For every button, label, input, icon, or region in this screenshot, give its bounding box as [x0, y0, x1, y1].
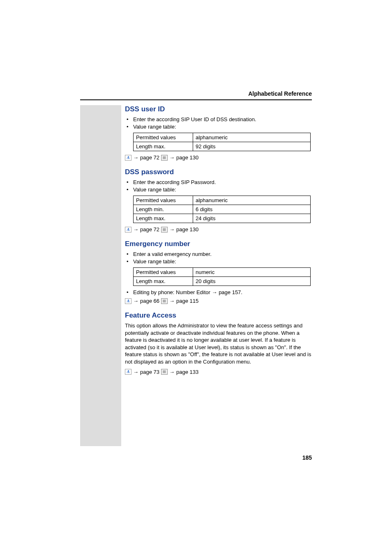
- arrow-icon: →: [133, 298, 138, 304]
- page-link[interactable]: page 115: [176, 298, 198, 304]
- heading-emergency-number: Emergency number: [125, 240, 312, 248]
- editor-note: Editing by phone: Number Editor → page 1…: [125, 289, 312, 295]
- table-cell-value: alphanumeric: [193, 133, 311, 142]
- table-row: Permitted values alphanumeric: [134, 196, 311, 205]
- table-cell-label: Permitted values: [134, 196, 193, 205]
- bullet-text: Value range table:: [125, 186, 312, 193]
- table-cell-value: numeric: [193, 268, 311, 277]
- table-row: Permitted values alphanumeric: [134, 133, 311, 142]
- table-row: Length max. 20 digits: [134, 277, 311, 286]
- table-row: Permitted values numeric: [134, 268, 311, 277]
- heading-dss-password: DSS password: [125, 168, 312, 176]
- page-link[interactable]: page 73: [140, 369, 159, 375]
- arrow-icon: →: [169, 298, 175, 304]
- header-rule: [80, 99, 312, 100]
- admin-icon: A: [125, 298, 131, 304]
- page-link[interactable]: page 72: [140, 226, 159, 233]
- table-cell-value: alphanumeric: [193, 196, 311, 205]
- admin-icon: A: [125, 227, 131, 233]
- arrow-icon: →: [133, 154, 138, 161]
- arrow-icon: →: [169, 226, 175, 233]
- table-cell-label: Permitted values: [134, 268, 193, 277]
- table-row: Length max. 24 digits: [134, 214, 311, 223]
- value-range-table: Permitted values alphanumeric Length min…: [133, 196, 311, 223]
- sheet-icon: ▤: [161, 155, 168, 161]
- table-cell-label: Length max.: [134, 277, 193, 286]
- reference-line: A → page 72 ▤ → page 130: [125, 226, 312, 233]
- page-link[interactable]: page 157: [219, 289, 241, 295]
- page-header: Alphabetical Reference: [0, 90, 392, 97]
- arrow-icon: →: [169, 369, 175, 375]
- table-cell-label: Length min.: [134, 205, 193, 214]
- bullet-text: Value range table:: [125, 123, 312, 131]
- arrow-icon: →: [169, 154, 175, 161]
- heading-dss-user-id: DSS user ID: [125, 105, 312, 113]
- paragraph-text: This option allows the Administrator to …: [125, 322, 312, 365]
- bullet-text: Enter the according SIP Password.: [125, 179, 312, 186]
- reference-line: A → page 66 ▤ → page 115: [125, 298, 312, 304]
- table-cell-value: 24 digits: [193, 214, 311, 223]
- arrow-icon: →: [133, 369, 138, 375]
- table-cell-label: Length max.: [134, 142, 193, 151]
- sidebar-placeholder: [80, 105, 121, 446]
- page-link[interactable]: page 130: [176, 226, 198, 233]
- table-row: Length min. 6 digits: [134, 205, 311, 214]
- editor-note-prefix: Editing by phone: Number Editor: [133, 289, 212, 295]
- admin-icon: A: [125, 369, 131, 375]
- page-link[interactable]: page 72: [140, 154, 159, 161]
- table-cell-value: 20 digits: [193, 277, 311, 286]
- page-link[interactable]: page 66: [140, 298, 159, 304]
- bullet-text: Enter the according SIP User ID of DSS d…: [125, 116, 312, 123]
- arrow-icon: →: [133, 226, 138, 233]
- page-link[interactable]: page 133: [176, 369, 198, 375]
- table-cell-label: Permitted values: [134, 133, 193, 142]
- table-cell-label: Length max.: [134, 214, 193, 223]
- sheet-icon: ▤: [161, 369, 168, 375]
- editor-note-suffix: .: [241, 289, 242, 295]
- page-number: 185: [302, 454, 312, 461]
- bullet-text: Value range table:: [125, 258, 312, 265]
- table-cell-value: 6 digits: [193, 205, 311, 214]
- heading-feature-access: Feature Access: [125, 311, 312, 320]
- bullet-text: Enter a valid emergency number.: [125, 251, 312, 258]
- reference-line: A → page 72 ▤ → page 130: [125, 154, 312, 161]
- table-cell-value: 92 digits: [193, 142, 311, 151]
- reference-line: A → page 73 ▤ → page 133: [125, 369, 312, 375]
- page-link[interactable]: page 130: [176, 154, 198, 161]
- content-area: DSS user ID Enter the according SIP User…: [125, 105, 312, 379]
- admin-icon: A: [125, 155, 131, 161]
- arrow-icon: →: [212, 289, 217, 295]
- sheet-icon: ▤: [161, 298, 168, 304]
- table-row: Length max. 92 digits: [134, 142, 311, 151]
- value-range-table: Permitted values numeric Length max. 20 …: [133, 267, 311, 286]
- sheet-icon: ▤: [161, 227, 168, 233]
- value-range-table: Permitted values alphanumeric Length max…: [133, 133, 311, 151]
